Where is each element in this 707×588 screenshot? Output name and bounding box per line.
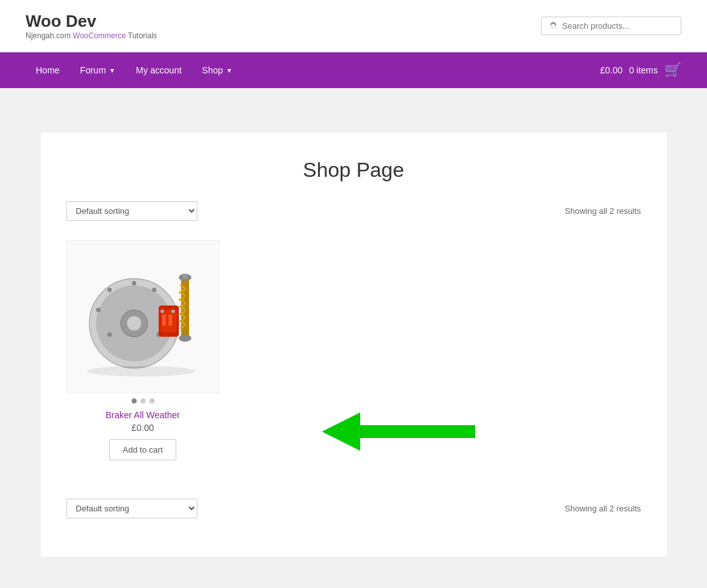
nav-item-shop[interactable]: Shop ▼ xyxy=(192,54,243,87)
nav-link-home[interactable]: Home xyxy=(26,54,70,87)
shop-page-title: Shop Page xyxy=(66,158,641,182)
dot-2[interactable] xyxy=(141,398,146,403)
add-to-cart-button[interactable]: Add to cart xyxy=(109,439,176,460)
svg-point-8 xyxy=(96,308,100,312)
product-price: £0.00 xyxy=(66,423,220,433)
svg-point-7 xyxy=(107,288,112,292)
carousel-dots xyxy=(66,398,220,403)
product-image xyxy=(66,240,220,393)
search-input[interactable] xyxy=(562,21,673,31)
sort-select-bottom[interactable]: Default sorting Sort by popularity Sort … xyxy=(66,499,197,518)
search-box[interactable] xyxy=(541,17,681,35)
chevron-down-icon: ▼ xyxy=(226,67,232,74)
products-area: Braker All Weather £0.00 Add to cart xyxy=(66,240,641,460)
shopping-cart-icon[interactable]: 🛒 xyxy=(664,62,681,79)
nav-item-forum[interactable]: Forum ▼ xyxy=(70,54,125,87)
cart-amount: £0.00 xyxy=(600,65,623,75)
search-icon xyxy=(549,22,558,31)
dot-3[interactable] xyxy=(149,398,155,403)
svg-rect-15 xyxy=(168,315,172,326)
nav-link-myaccount[interactable]: My account xyxy=(126,54,192,87)
shop-toolbar-bottom: Default sorting Sort by popularity Sort … xyxy=(66,499,641,518)
cart-summary[interactable]: £0.00 0 items 🛒 xyxy=(600,62,681,79)
nav-link-forum[interactable]: Forum ▼ xyxy=(70,54,125,87)
product-title: Braker All Weather xyxy=(66,410,220,420)
products-grid: Braker All Weather £0.00 Add to cart xyxy=(66,240,641,460)
results-count-top: Showing all 2 results xyxy=(565,206,641,216)
site-title: Woo Dev xyxy=(26,11,157,31)
svg-point-16 xyxy=(160,310,164,313)
svg-point-4 xyxy=(152,288,156,292)
svg-point-3 xyxy=(132,281,136,285)
sort-select-top[interactable]: Default sorting Sort by popularity Sort … xyxy=(66,201,197,221)
results-count-bottom: Showing all 2 results xyxy=(565,504,641,513)
cart-items-label: 0 items xyxy=(629,65,658,75)
svg-point-11 xyxy=(126,316,141,330)
product-card: Braker All Weather £0.00 Add to cart xyxy=(66,240,220,460)
page-wrapper: Woo Dev Njengah.com WooCommerce Tutorial… xyxy=(0,0,707,588)
main-content: Shop Page Default sorting Sort by popula… xyxy=(41,133,667,557)
product-image-svg xyxy=(76,250,210,384)
svg-point-9 xyxy=(107,333,112,337)
shop-toolbar-top: Default sorting Sort by popularity Sort … xyxy=(66,201,641,221)
nav-links: Home Forum ▼ My account Shop ▼ xyxy=(26,54,243,87)
nav-item-home[interactable]: Home xyxy=(26,54,70,87)
site-nav: Home Forum ▼ My account Shop ▼ £0.00 0 i… xyxy=(0,52,707,88)
svg-point-21 xyxy=(179,335,192,342)
dot-1[interactable] xyxy=(132,398,137,403)
chevron-down-icon: ▼ xyxy=(109,67,116,74)
site-branding: Woo Dev Njengah.com WooCommerce Tutorial… xyxy=(26,11,157,40)
svg-rect-20 xyxy=(182,275,187,279)
svg-point-17 xyxy=(171,310,175,313)
svg-rect-14 xyxy=(162,315,166,326)
site-header: Woo Dev Njengah.com WooCommerce Tutorial… xyxy=(0,0,707,52)
site-tagline: Njengah.com WooCommerce Tutorials xyxy=(26,31,157,40)
svg-point-22 xyxy=(87,366,194,377)
nav-item-myaccount[interactable]: My account xyxy=(126,54,192,87)
nav-link-shop[interactable]: Shop ▼ xyxy=(192,54,243,87)
